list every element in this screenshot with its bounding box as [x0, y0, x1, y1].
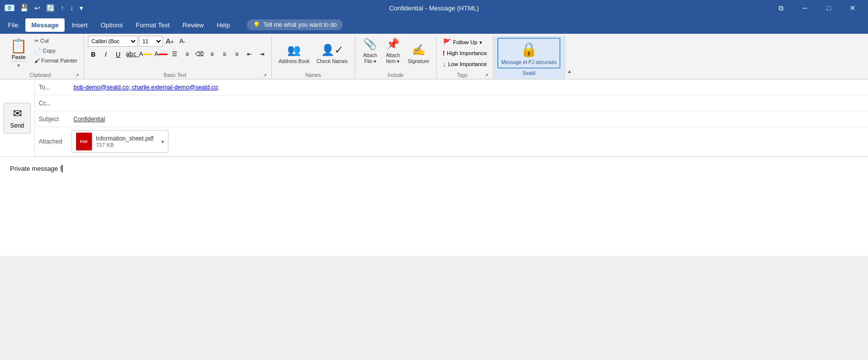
- tell-me-bar[interactable]: 💡 Tell me what you want to do: [247, 19, 343, 30]
- basic-text-group: Calibri (Boc 11 A+ A- B I U a͟b͟c͟ A A ☰…: [84, 36, 272, 79]
- subject-row: Subject Confidential: [35, 111, 868, 127]
- tags-expand[interactable]: ↗: [484, 72, 489, 78]
- underline-button[interactable]: U: [113, 49, 124, 60]
- send-label: Send: [10, 122, 24, 129]
- high-importance-button[interactable]: ! High Importance: [441, 48, 489, 58]
- low-importance-button[interactable]: ↓ Low Importance: [441, 59, 489, 69]
- lightbulb-icon: 💡: [253, 21, 260, 28]
- check-names-button[interactable]: 👤✓ Check Names: [314, 36, 351, 67]
- cut-button[interactable]: ✂ Cut: [32, 36, 79, 46]
- email-form: ✉ Send To... bob-demo@seald.co; charlie.…: [0, 79, 868, 156]
- clipboard-content: 📋 Paste ▾ ✂ Cut 📄 Copy 🖌 Format Painter: [6, 36, 79, 72]
- indent-increase-button[interactable]: ⇥: [256, 49, 267, 60]
- paste-button[interactable]: 📋 Paste ▾: [6, 36, 31, 69]
- window-controls: ⧉ ─ □ ✕: [770, 0, 864, 16]
- ribbon-collapse-area: ▲: [565, 36, 574, 79]
- title-bar: 📧 💾 ↩ 🔄 ↑ ↓ ▾ Confidential - Message (HT…: [0, 0, 868, 16]
- font-family-select[interactable]: Calibri (Boc: [88, 36, 138, 47]
- decrease-font-button[interactable]: A-: [177, 36, 188, 47]
- attachment-chip[interactable]: PDF Information_sheet.pdf 737 KB ▾: [72, 130, 168, 153]
- include-label: Include: [359, 72, 432, 79]
- ribbon: 📋 Paste ▾ ✂ Cut 📄 Copy 🖌 Format Painter: [0, 34, 868, 79]
- subject-label: Subject: [35, 113, 70, 126]
- menu-review[interactable]: Review: [177, 18, 210, 32]
- subject-value[interactable]: Confidential: [70, 114, 868, 125]
- numbering-button[interactable]: ≡: [182, 49, 193, 60]
- align-left-button[interactable]: ≡: [207, 49, 218, 60]
- attach-item-button[interactable]: 📌 AttachItem ▾: [382, 36, 404, 67]
- save-button[interactable]: 💾: [18, 3, 30, 13]
- attachment-size: 737 KB: [96, 142, 154, 148]
- tile-button[interactable]: ⧉: [770, 0, 792, 16]
- copy-button[interactable]: 📄 Copy: [32, 46, 79, 56]
- menu-format-text[interactable]: Format Text: [130, 18, 175, 32]
- send-button[interactable]: ✉ Send: [3, 103, 30, 134]
- menu-help[interactable]: Help: [211, 18, 236, 32]
- align-right-button[interactable]: ≡: [232, 49, 242, 60]
- message-body[interactable]: Private message !: [0, 156, 868, 256]
- cc-label[interactable]: Cc...: [35, 97, 70, 110]
- seald-group: 🔒 Message et PJ sécurisés Seald: [493, 36, 565, 79]
- font-row1: Calibri (Boc 11 A+ A-: [88, 36, 188, 47]
- send-icon: ✉: [13, 107, 22, 120]
- attach-file-button[interactable]: 📎 AttachFile ▾: [359, 36, 381, 67]
- strikethrough-button[interactable]: a͟b͟c͟: [125, 49, 137, 60]
- word-icon: 📧: [4, 2, 15, 13]
- attachment-dropdown[interactable]: ▾: [161, 139, 164, 144]
- names-group: 👥 Address Book 👤✓ Check Names Names: [272, 36, 355, 79]
- to-value[interactable]: bob-demo@seald.co; charlie.external-demo…: [70, 82, 868, 93]
- italic-button[interactable]: I: [100, 49, 111, 60]
- eraser-button[interactable]: ⌫: [194, 49, 205, 60]
- bullets-button[interactable]: ☰: [169, 49, 180, 60]
- check-names-icon: 👤✓: [321, 44, 343, 57]
- align-center-button[interactable]: ≡: [219, 49, 230, 60]
- ribbon-collapse-button[interactable]: ▲: [566, 68, 573, 75]
- undo-button[interactable]: ↩: [32, 3, 42, 13]
- names-label: Names: [276, 72, 351, 79]
- include-group: 📎 AttachFile ▾ 📌 AttachItem ▾ ✍ Signatur…: [355, 36, 437, 79]
- format-painter-icon: 🖌: [34, 58, 40, 64]
- to-label[interactable]: To...: [35, 81, 70, 94]
- highlight-button[interactable]: A: [154, 49, 168, 60]
- address-book-button[interactable]: 👥 Address Book: [276, 36, 313, 67]
- menu-insert[interactable]: Insert: [66, 18, 94, 32]
- low-importance-icon: ↓: [443, 60, 446, 68]
- minimize-button[interactable]: ─: [793, 0, 816, 16]
- attachment-name: Information_sheet.pdf: [96, 135, 154, 142]
- fields-area: To... bob-demo@seald.co; charlie.externa…: [35, 79, 868, 156]
- high-importance-icon: !: [443, 49, 445, 57]
- paste-label: Paste: [11, 54, 25, 60]
- title-bar-left: 📧 💾 ↩ 🔄 ↑ ↓ ▾: [4, 2, 85, 13]
- customize-button[interactable]: ▾: [78, 3, 85, 13]
- down-button[interactable]: ↓: [68, 3, 76, 13]
- menu-file[interactable]: File: [2, 18, 24, 32]
- redo-button[interactable]: 🔄: [44, 3, 57, 13]
- format-painter-button[interactable]: 🖌 Format Painter: [32, 56, 79, 66]
- text-color-button[interactable]: A: [139, 49, 153, 60]
- basic-text-label: Basic Text: [88, 72, 262, 79]
- font-row2: B I U a͟b͟c͟ A A ☰ ≡ ⌫ ≡ ≡ ≡ ⇤ ⇥: [88, 49, 267, 60]
- font-size-select[interactable]: 11: [139, 36, 163, 47]
- increase-font-button[interactable]: A+: [164, 36, 175, 47]
- tags-group: 🚩 Follow Up ▾ ! High Importance ↓ Low Im…: [437, 36, 493, 79]
- basic-text-expand[interactable]: ↗: [262, 72, 267, 78]
- menu-message[interactable]: Message: [25, 18, 65, 32]
- up-button[interactable]: ↑: [59, 3, 66, 13]
- cut-icon: ✂: [34, 38, 39, 44]
- seald-button[interactable]: 🔒 Message et PJ sécurisés: [497, 38, 560, 69]
- indent-decrease-button[interactable]: ⇤: [244, 49, 255, 60]
- paste-dropdown[interactable]: ▾: [11, 61, 26, 69]
- signature-button[interactable]: ✍ Signature: [405, 36, 432, 67]
- clipboard-expand[interactable]: ↗: [75, 72, 79, 78]
- cc-input[interactable]: [70, 98, 868, 109]
- seald-label: Seald: [497, 70, 560, 77]
- close-button[interactable]: ✕: [841, 0, 864, 16]
- attach-file-icon: 📎: [363, 38, 377, 51]
- menu-options[interactable]: Options: [94, 18, 129, 32]
- bold-button[interactable]: B: [88, 49, 99, 60]
- maximize-button[interactable]: □: [817, 0, 840, 16]
- follow-up-button[interactable]: 🚩 Follow Up ▾: [441, 37, 484, 47]
- attachment-info: Information_sheet.pdf 737 KB: [96, 135, 154, 148]
- quick-access-toolbar: 💾 ↩ 🔄 ↑ ↓ ▾: [18, 3, 85, 13]
- cc-row: Cc...: [35, 95, 868, 111]
